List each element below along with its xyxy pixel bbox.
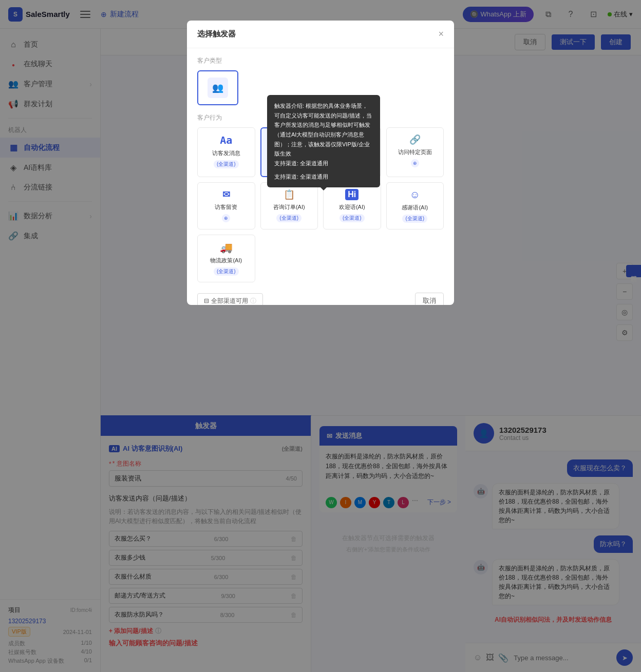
visitor-message-icon: Aa	[220, 134, 232, 146]
all-channel-modal-btn[interactable]: ⊟ 全部渠道可用 ⓘ	[197, 293, 263, 305]
trigger-item-visit-page[interactable]: 🔗 访问特定页面 ⊕	[386, 127, 444, 177]
trigger-item-visitor-liuzi[interactable]: ✉ 访客留资 ⊕	[197, 182, 255, 229]
trigger-item-thanks-ai[interactable]: ☺ 感谢语(AI) (全渠道)	[386, 182, 444, 229]
trigger-item-label: 物流政策(AI)	[210, 257, 242, 264]
welcome-icon: Hi	[345, 189, 359, 200]
trigger-item-logistics[interactable]: 🚚 物流政策(AI) (全渠道)	[197, 235, 255, 282]
trigger-item-label: 访问特定页面	[398, 148, 432, 156]
trigger-item-label: 访客发消息	[212, 149, 240, 157]
trigger-item-label: 咨询订单(AI)	[273, 203, 305, 211]
trigger-item-channel: (全渠道)	[214, 267, 239, 276]
trigger-item-channel: (全渠道)	[214, 160, 239, 168]
info-icon-modal: ⓘ	[250, 297, 256, 305]
tooltip-text: 触发器介绍: 根据您的具体业务场景，可自定义访客可能发送的问题/描述，当客户所发…	[274, 101, 373, 168]
visitor-liuzi-icon: ✉	[222, 189, 230, 200]
consult-order-icon: 📋	[284, 189, 295, 200]
visit-page-icon: 🔗	[409, 134, 421, 145]
trigger-item-channel: (全渠道)	[276, 214, 301, 222]
trigger-item-label: 感谢语(AI)	[402, 204, 428, 212]
trigger-item-channel: (全渠道)	[340, 214, 365, 222]
thanks-ai-icon: ☺	[410, 189, 420, 201]
trigger-item-welcome[interactable]: Hi 欢迎语(AI) (全渠道)	[323, 182, 381, 229]
trigger-item-label: 欢迎语(AI)	[339, 203, 365, 211]
trigger-item-label: 访客留资	[215, 203, 237, 211]
modal-overlay[interactable]: 选择触发器 × 客户类型 👥 客户行为 Aa 访	[0, 0, 641, 672]
customer-type-label: 客户类型	[197, 56, 444, 65]
trigger-item-customer-type-1[interactable]: 👥	[197, 70, 238, 105]
modal-close-btn[interactable]: ×	[438, 29, 444, 40]
tooltip-box: 触发器介绍: 根据您的具体业务场景，可自定义访客可能发送的问题/描述，当客户所发…	[267, 95, 380, 187]
trigger-item-channel: (全渠道)	[402, 215, 427, 223]
customer-type-icon-1: 👥	[208, 78, 228, 98]
trigger-item-visitor-message[interactable]: Aa 访客发消息 (全渠道)	[197, 127, 255, 177]
logistics-icon: 🚚	[220, 241, 233, 254]
modal-header: 选择触发器 ×	[187, 21, 454, 48]
trigger-item-channel-badge3: ⊕	[222, 214, 230, 222]
modal-title: 选择触发器	[197, 29, 236, 39]
trigger-item-channel-badge2: ⊕	[411, 159, 419, 167]
modal-cancel-btn[interactable]: 取消	[415, 293, 444, 305]
trigger-item-consult-order[interactable]: 📋 咨询订单(AI) (全渠道)	[260, 182, 318, 229]
